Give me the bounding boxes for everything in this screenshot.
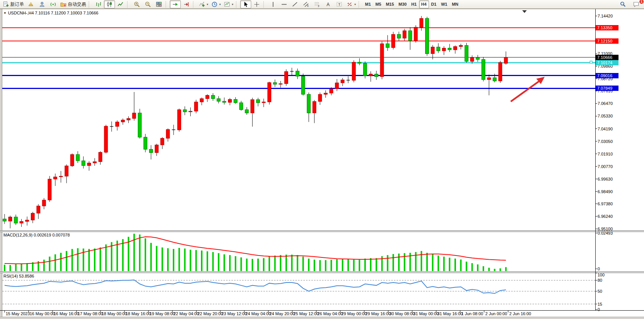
zoom-in-button[interactable] xyxy=(131,0,142,8)
indicators-icon xyxy=(199,1,205,8)
arrows-button[interactable]: ▾ xyxy=(345,0,357,8)
timeframe-button-m1[interactable]: M1 xyxy=(363,0,373,8)
chevron-down-icon: ▾ xyxy=(207,3,208,6)
toolbar-separator xyxy=(89,1,91,8)
line-chart-button[interactable] xyxy=(115,0,126,8)
cursor-button[interactable] xyxy=(240,0,251,8)
toolbar-group-orders: 新订单自动交易 xyxy=(1,0,88,9)
signal-button[interactable] xyxy=(48,0,59,8)
rsi-tick-label: 100 xyxy=(598,273,604,277)
new-order-label: 新订单 xyxy=(10,1,24,8)
candlestick-chart-icon xyxy=(106,1,113,8)
time-tick-label: 24 May 20:00 xyxy=(269,311,295,316)
time-tick-label: 29 May 16:00 xyxy=(365,311,391,316)
timeframe-button-m30[interactable]: M30 xyxy=(396,0,409,8)
accounts-button[interactable] xyxy=(37,0,48,8)
timeframe-button-mn[interactable]: MN xyxy=(450,0,461,8)
time-tick-label: 16 May 00:00 xyxy=(30,311,55,316)
periods-button[interactable]: ▾ xyxy=(210,0,222,8)
search-button[interactable] xyxy=(617,0,628,8)
search-icon xyxy=(620,1,626,8)
new-order-button[interactable]: 新订单 xyxy=(1,0,26,8)
price-tick-label: 6.98490 xyxy=(598,189,613,194)
chevron-down-icon: ▾ xyxy=(354,3,356,6)
toolbar-separator xyxy=(236,1,239,8)
vertical-line-icon xyxy=(270,1,276,8)
rsi-tick-label: 80 xyxy=(598,278,602,282)
vertical-line-button[interactable] xyxy=(268,0,279,8)
time-tick-label: 17 May 08:00 xyxy=(78,311,103,316)
svg-text:A: A xyxy=(327,2,330,7)
chat-button[interactable]: 1 xyxy=(631,0,642,8)
crosshair-button[interactable] xyxy=(251,0,262,8)
text-label-button[interactable]: T xyxy=(334,0,345,8)
candlestick-chart-button[interactable] xyxy=(104,0,115,8)
signal-icon xyxy=(50,1,56,8)
indicators-button[interactable]: ▾ xyxy=(197,0,210,8)
tile-windows-button[interactable] xyxy=(153,0,164,8)
bar-chart-button[interactable] xyxy=(93,0,104,8)
horizontal-line-button[interactable] xyxy=(279,0,290,8)
price-tick-label: 7.14420 xyxy=(598,14,613,18)
timeframe-button-w1[interactable]: W1 xyxy=(439,0,450,8)
rsi-indicator-label: RSI(14) 53.8586 xyxy=(3,274,34,278)
trendline-button[interactable] xyxy=(290,0,301,8)
pane-divider-rsi[interactable] xyxy=(0,271,644,273)
fibonacci-button[interactable]: F xyxy=(312,0,323,8)
horizontal-line-icon xyxy=(281,1,287,8)
new-order-icon xyxy=(3,1,9,8)
timeframe-button-h1[interactable]: H1 xyxy=(409,0,419,8)
time-tick-label: 25 May 12:00 xyxy=(293,311,319,316)
time-tick-label: 31 May 00:00 xyxy=(413,311,439,316)
chart-shift-button[interactable] xyxy=(181,0,192,8)
templates-icon xyxy=(224,1,230,8)
time-tick-label: 24 May 04:00 xyxy=(245,311,271,316)
timeframe-button-m15[interactable]: M15 xyxy=(384,0,396,8)
price-tick-label: 7.06470 xyxy=(598,101,613,106)
auto-trading-button[interactable]: 自动交易 xyxy=(59,0,88,8)
toolbar-separator xyxy=(127,1,130,8)
price-line-badge: 7.07849 xyxy=(596,86,618,91)
svg-text:F: F xyxy=(318,5,320,7)
time-tick-label: 18 May 16:00 xyxy=(126,311,151,316)
window-bottom-border xyxy=(0,317,644,319)
time-tick-label: 30 May 08:00 xyxy=(389,311,415,316)
equidistant-channel-icon: E xyxy=(303,1,309,8)
time-tick-label: 1 Jun 08:00 xyxy=(461,311,483,316)
timeframe-button-m5[interactable]: M5 xyxy=(373,0,383,8)
zoom-out-button[interactable] xyxy=(142,0,153,8)
price-tick-label: 7.01910 xyxy=(598,152,613,156)
toolbar-group-zoom xyxy=(131,0,164,9)
rsi-tick-label: 15 xyxy=(598,302,602,306)
price-tick-label: 7.03050 xyxy=(598,139,613,144)
text-button[interactable]: A xyxy=(323,0,334,8)
timeframe-button-d1[interactable]: D1 xyxy=(429,0,439,8)
tile-windows-icon xyxy=(156,1,162,8)
symbol-ohlc-readout: ▼USDCNH-,H4 7.10116 7.11200 7.10003 7.10… xyxy=(3,11,98,15)
notification-badge: 1 xyxy=(639,0,644,4)
equidistant-channel-button[interactable]: E xyxy=(301,0,312,8)
price-tick-label: 6.99630 xyxy=(598,177,613,181)
auto-scroll-button[interactable] xyxy=(170,0,181,8)
price-tick-label: 7.00770 xyxy=(598,164,613,169)
time-tick-label: 18 May 00:00 xyxy=(102,311,127,316)
one-click-expand-icon[interactable]: ▼ xyxy=(3,11,6,15)
auto-scroll-icon xyxy=(172,1,179,8)
pane-divider-macd[interactable] xyxy=(0,230,644,232)
gold-button[interactable] xyxy=(26,0,37,8)
arrows-icon xyxy=(346,1,353,8)
timeframe-toolbar: M1M5M15M30H1H4D1W1MN xyxy=(363,0,461,9)
zoom-in-icon xyxy=(134,1,140,8)
templates-button[interactable]: ▾ xyxy=(222,0,235,8)
time-tick-label: 23 May 12:00 xyxy=(222,311,247,316)
zoom-out-icon xyxy=(145,1,151,8)
time-tick-label: 2 Jun 16:00 xyxy=(509,311,531,316)
timeframe-button-h4[interactable]: H4 xyxy=(419,0,429,8)
bar-chart-icon xyxy=(95,1,102,8)
price-line-badge: 7.10174 xyxy=(596,60,618,65)
macd-indicator-label: MACD(12,26,9) 0.002619 0.007078 xyxy=(3,233,70,237)
gold-icon xyxy=(28,1,34,8)
time-tick-label: 2 Jun 00:00 xyxy=(485,311,507,316)
toolbar-separator xyxy=(359,1,361,8)
toolbar-group-drawing: EFAT▾ xyxy=(268,0,357,9)
